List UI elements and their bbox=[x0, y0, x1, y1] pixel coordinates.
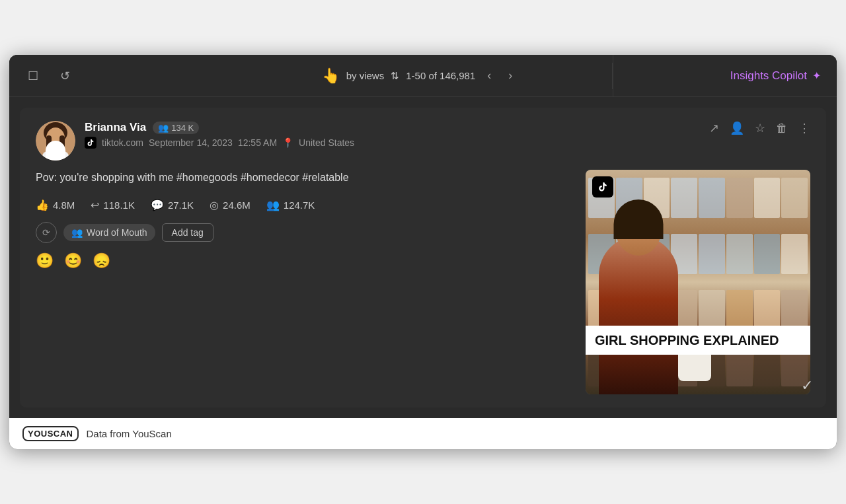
top-bar-left: ☐ ↺ bbox=[9, 65, 228, 87]
checkmark-button[interactable]: ✓ bbox=[801, 377, 813, 394]
youscan-badge: YOUSCAN bbox=[22, 426, 79, 441]
pagination-text: 1-50 of 146,981 bbox=[406, 70, 475, 81]
tag-refresh-button[interactable]: ⟳ bbox=[36, 222, 57, 243]
shelf-item bbox=[781, 178, 808, 219]
word-of-mouth-icon: 👥 bbox=[71, 227, 83, 238]
sort-label: by views bbox=[346, 70, 385, 81]
smiley-negative-icon: 🙂 bbox=[36, 252, 54, 269]
refresh-button[interactable]: ↺ bbox=[54, 65, 75, 87]
chevron-right-icon: › bbox=[508, 69, 512, 82]
top-bar: ☐ ↺ 👆 by views ⇅ 1-50 of 146,981 ‹ › Ins… bbox=[9, 55, 837, 97]
stats-row: 👍 4.8M ↩ 118.1K 💬 27.1K ◎ 24.6M bbox=[36, 199, 572, 211]
repost-count: 118.1K bbox=[103, 199, 135, 211]
star-button[interactable]: ☆ bbox=[755, 121, 765, 135]
next-page-button[interactable]: › bbox=[503, 66, 518, 85]
checkmark-icon: ✓ bbox=[801, 377, 813, 394]
prev-page-button[interactable]: ‹ bbox=[482, 66, 496, 85]
card-content: Pov: you're shopping with me #homegoods … bbox=[36, 170, 572, 394]
share-button[interactable]: ↗ bbox=[709, 121, 719, 135]
word-of-mouth-label: Word of Mouth bbox=[87, 227, 147, 238]
sentiment-sad-button[interactable]: 😞 bbox=[93, 252, 110, 270]
trash-icon: 🗑 bbox=[776, 122, 788, 135]
svg-rect-5 bbox=[42, 151, 69, 161]
shelf-item bbox=[781, 234, 808, 275]
footer: YOUSCAN Data from YouScan bbox=[9, 418, 837, 449]
chevron-left-icon: ‹ bbox=[487, 69, 491, 82]
view-count: 24.6M bbox=[223, 199, 250, 211]
add-tag-button[interactable]: Add tag bbox=[162, 223, 213, 242]
thumbnail-title: GIRL SHOPPING EXPLAINED bbox=[595, 332, 801, 348]
shelf-item bbox=[699, 290, 725, 331]
stat-comments: 💬 27.1K bbox=[151, 199, 194, 211]
shelf-item bbox=[726, 234, 753, 275]
smiley-positive-icon: 😊 bbox=[64, 252, 82, 269]
reach-icon: 👥 bbox=[266, 199, 280, 211]
refresh-icon: ↺ bbox=[60, 69, 70, 83]
card-header: Brianna Via 👥 134 K tiktok.com September… bbox=[36, 121, 810, 161]
svg-rect-3 bbox=[46, 135, 52, 155]
user-info: Brianna Via 👥 134 K tiktok.com September… bbox=[85, 121, 709, 149]
title-overlay: GIRL SHOPPING EXPLAINED bbox=[586, 326, 810, 355]
shelf-item bbox=[671, 178, 697, 219]
post-time: 12:55 AM bbox=[238, 137, 277, 148]
card-actions: ↗ 👤 ☆ 🗑 ⋮ bbox=[709, 121, 810, 135]
follower-count: 134 K bbox=[171, 123, 194, 133]
insights-label: Insights Copilot bbox=[730, 69, 807, 83]
like-icon: 👍 bbox=[36, 199, 49, 211]
insights-copilot-button[interactable]: Insights Copilot ✦ bbox=[730, 69, 821, 83]
tiktok-icon bbox=[85, 137, 96, 149]
stat-reposts: ↩ 118.1K bbox=[91, 199, 135, 211]
author-button[interactable]: 👤 bbox=[730, 121, 744, 135]
shelf-item bbox=[726, 290, 753, 331]
stat-views: ◎ 24.6M bbox=[210, 199, 250, 211]
top-bar-center: 👆 by views ⇅ 1-50 of 146,981 ‹ › bbox=[228, 66, 612, 85]
app-window: ☐ ↺ 👆 by views ⇅ 1-50 of 146,981 ‹ › Ins… bbox=[9, 55, 837, 449]
user-meta: tiktok.com September 14, 2023 12:55 AM 📍… bbox=[85, 137, 709, 149]
shelf-item bbox=[699, 178, 725, 219]
shelf-item bbox=[726, 178, 753, 219]
user-name: Brianna Via bbox=[85, 121, 146, 134]
avatar bbox=[36, 121, 75, 161]
card-body: Pov: you're shopping with me #homegoods … bbox=[36, 170, 810, 394]
svg-rect-4 bbox=[59, 135, 65, 155]
shelf-item bbox=[754, 290, 781, 331]
post-card: Brianna Via 👥 134 K tiktok.com September… bbox=[20, 108, 826, 408]
word-of-mouth-tag[interactable]: 👥 Word of Mouth bbox=[63, 224, 155, 241]
footer-text: Data from YouScan bbox=[87, 428, 172, 439]
shelf-item bbox=[754, 234, 781, 275]
person-silhouette bbox=[599, 236, 678, 394]
sentiment-negative-button[interactable]: 🙂 bbox=[36, 252, 54, 270]
sparkle-icon: ✦ bbox=[812, 69, 821, 82]
eye-icon: ◎ bbox=[210, 199, 219, 211]
share-icon: ↗ bbox=[709, 122, 719, 135]
post-thumbnail: GIRL SHOPPING EXPLAINED bbox=[586, 170, 810, 394]
checkbox-button[interactable]: ☐ bbox=[22, 65, 44, 87]
sort-arrows-icon: ⇅ bbox=[391, 70, 399, 82]
delete-button[interactable]: 🗑 bbox=[776, 122, 788, 135]
shelf-item bbox=[754, 178, 781, 219]
more-button[interactable]: ⋮ bbox=[798, 121, 810, 135]
stat-reach: 👥 124.7K bbox=[266, 199, 315, 211]
tiktok-badge bbox=[592, 176, 613, 198]
youscan-logo: YOUSCAN bbox=[22, 426, 79, 441]
smiley-sad-icon: 😞 bbox=[93, 252, 110, 269]
followers-icon: 👥 bbox=[158, 123, 169, 133]
platform-name: tiktok.com bbox=[102, 137, 143, 148]
ellipsis-icon: ⋮ bbox=[798, 122, 810, 135]
person-icon: 👤 bbox=[730, 122, 744, 135]
comment-icon: 💬 bbox=[151, 199, 164, 211]
shelf-item bbox=[781, 290, 808, 331]
add-tag-label: Add tag bbox=[172, 227, 204, 238]
sentiment-row: 🙂 😊 😞 bbox=[36, 252, 572, 270]
comment-count: 27.1K bbox=[168, 199, 194, 211]
reach-count: 124.7K bbox=[284, 199, 315, 211]
post-date: September 14, 2023 bbox=[149, 137, 233, 148]
follower-badge: 👥 134 K bbox=[153, 122, 199, 134]
repost-icon: ↩ bbox=[91, 199, 99, 211]
sentiment-positive-button[interactable]: 😊 bbox=[64, 252, 82, 270]
user-name-row: Brianna Via 👥 134 K bbox=[85, 121, 709, 134]
like-count: 4.8M bbox=[53, 199, 75, 211]
tag-refresh-icon: ⟳ bbox=[42, 227, 50, 238]
checkbox-icon: ☐ bbox=[28, 69, 38, 83]
avatar-image bbox=[36, 121, 75, 161]
